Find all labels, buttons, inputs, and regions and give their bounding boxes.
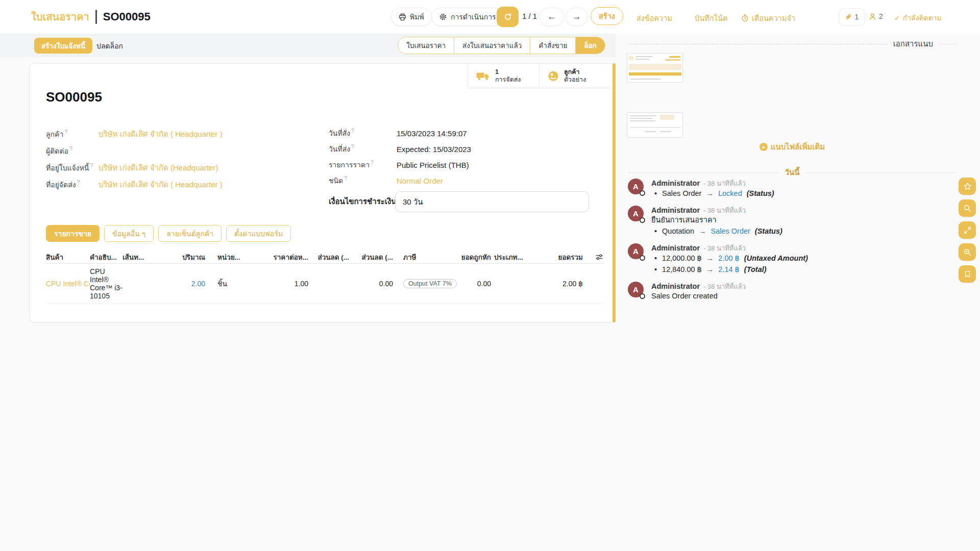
order-type-value[interactable]: Normal Order	[397, 177, 443, 185]
avatar-letter: A	[633, 209, 639, 218]
contact-field: ผู้ติดต่อ?	[46, 146, 223, 156]
create-invoice-button[interactable]: สร้างใบแจ้งหนี้	[34, 38, 92, 54]
tab-form-settings[interactable]: ตั้งค่าแบบฟอร์ม	[226, 225, 291, 242]
chatter-message[interactable]: A Administrator - 38 นาทีที่แล้ว •12,000…	[628, 243, 960, 275]
breadcrumb-quotation[interactable]: ใบเสนอราคา	[31, 9, 89, 25]
chatter-message[interactable]: A Administrator - 38 นาทีที่แล้ว •Sales …	[628, 179, 960, 199]
avatar[interactable]: A	[628, 282, 644, 297]
status-quotation-sent[interactable]: ส่งใบเสนอราคาแล้ว	[454, 37, 530, 54]
col-uom[interactable]: หน่วย...	[205, 252, 251, 263]
col-total[interactable]: ยอดรวม	[526, 252, 583, 263]
col-quantity[interactable]: ปริมาณ	[168, 252, 205, 263]
actions-button[interactable]: การดำเนินการ	[431, 8, 504, 26]
attachment-thumbnail[interactable]	[627, 112, 683, 138]
line-withheld: 0.00	[454, 277, 491, 291]
line-quantity[interactable]: 2.00	[168, 277, 205, 291]
delivery-smart-button[interactable]: 1 การจัดส่ง	[468, 64, 539, 88]
tracking-old-value: Quotation	[662, 227, 694, 235]
tracking-field-name: (Status)	[755, 227, 782, 235]
avatar[interactable]: A	[628, 206, 644, 221]
status-locked[interactable]: ล็อก	[575, 37, 605, 54]
status-quotation[interactable]: ใบเสนอราคา	[398, 37, 454, 54]
payment-terms-label: เงื่อนไขการชำระเงิน	[329, 197, 397, 206]
pager-previous-button[interactable]: ←	[540, 8, 564, 26]
attachments-title: เอกสารแนบ	[893, 38, 933, 50]
message-note: ยืนยันการเสนอราคา	[651, 215, 782, 226]
contact-label: ผู้ติดต่อ	[46, 147, 68, 155]
customer-label: ลูกค้า	[46, 130, 63, 138]
attachments-divider: เอกสารแนบ	[628, 38, 957, 50]
col-type[interactable]: ประเภท...	[491, 252, 526, 263]
line-discount-amt: 0.00	[349, 277, 393, 291]
line-type	[491, 281, 526, 287]
bookmark-button[interactable]	[959, 265, 976, 283]
today-label: วันนี้	[785, 166, 800, 179]
col-discount-amt[interactable]: ส่วนลด (...	[349, 252, 393, 263]
search-button[interactable]	[959, 199, 976, 217]
favorite-button[interactable]	[959, 178, 976, 195]
col-description[interactable]: คำอธิบ...	[90, 252, 122, 263]
tab-customer-signature[interactable]: ลายเซ็นต์ลูกค้า	[158, 225, 222, 242]
tab-order-lines[interactable]: รายการขาย	[46, 225, 100, 242]
column-settings-icon[interactable]	[583, 253, 603, 261]
chatter-message[interactable]: A Administrator - 38 นาทีที่แล้ว ยืนยันก…	[628, 206, 960, 237]
line-unit-price: 1.00	[251, 277, 308, 291]
tracking-change: •12,840.00 ฿→2.14 ฿(Total)	[651, 264, 808, 275]
delivery-address-value[interactable]: บริษัท เก่งดีเลิศ จำกัด ( Headquarter )	[99, 179, 223, 191]
status-sales-order[interactable]: คำสั่งขาย	[530, 37, 575, 54]
col-tax[interactable]: ภาษี	[393, 252, 454, 263]
status-dot-icon	[640, 217, 645, 223]
arrow-right-icon: →	[573, 12, 581, 22]
tracking-old-value: 12,840.00 ฿	[662, 265, 702, 273]
tax-tag[interactable]: Output VAT 7%	[403, 279, 457, 288]
tracking-field-name: (Status)	[747, 189, 774, 197]
order-date-value[interactable]: 15/03/2023 14:59:07	[397, 129, 467, 138]
expand-button[interactable]	[959, 221, 976, 239]
breadcrumb-separator	[95, 10, 97, 24]
tracking-field-name: (Untaxed Amount)	[744, 254, 808, 262]
attachment-thumbnail[interactable]	[627, 53, 683, 83]
chatter-message[interactable]: A Administrator - 38 นาทีที่แล้ว Sales O…	[628, 282, 960, 302]
message-author: Administrator	[651, 179, 700, 188]
print-button[interactable]: พิมพ์	[391, 8, 432, 26]
customer-value[interactable]: บริษัท เก่งดีเลิศ จำกัด ( Headquarter )	[99, 128, 223, 140]
today-divider: วันนี้	[628, 166, 957, 179]
delivery-date-value[interactable]: Expected: 15/03/2023	[397, 145, 471, 154]
delivery-date-label: วันที่ส่ง	[329, 145, 350, 153]
tracking-new-value[interactable]: 2.14 ฿	[718, 265, 739, 273]
delivery-label: การจัดส่ง	[495, 76, 521, 84]
attach-files-button[interactable]: + แนบไฟล์เพิ่มเติม	[616, 141, 969, 153]
refresh-button[interactable]	[497, 7, 519, 27]
tracking-new-value[interactable]: Locked	[718, 189, 742, 197]
bookmark-icon	[964, 270, 971, 278]
col-discount-pct[interactable]: ส่วนลด (...	[308, 252, 349, 263]
help-icon: ?	[69, 145, 72, 152]
customer-preview-smart-button[interactable]: ลูกค้า ตัวอย่าง	[539, 64, 610, 88]
pricelist-value[interactable]: Public Pricelist (THB)	[397, 161, 469, 169]
avatar[interactable]: A	[628, 179, 644, 194]
order-form-card: 1 การจัดส่ง ลูกค้า ตัวอย่าง SO00095 ลูกค…	[29, 63, 615, 322]
left-field-group: ลูกค้า? บริษัท เก่งดีเลิศ จำกัด ( Headqu…	[46, 129, 223, 196]
tracking-new-value[interactable]: Sales Order	[710, 227, 750, 235]
status-bar: ใบเสนอราคา ส่งใบเสนอราคาแล้ว คำสั่งขาย ล…	[398, 37, 605, 54]
invoice-address-value[interactable]: บริษัท เก่งดีเลิศ จำกัด (Headquarter)	[99, 162, 218, 174]
order-line-row[interactable]: CPU Intel® Co CPU Intel® Core™ i3-10105 …	[46, 264, 603, 304]
col-unit-price[interactable]: ราคาต่อห...	[251, 252, 308, 263]
col-withheld[interactable]: ยอดถูกหัก	[454, 252, 491, 263]
tab-other-info[interactable]: ข้อมูลอื่น ๆ	[104, 225, 154, 242]
smart-buttons: 1 การจัดส่ง ลูกค้า ตัวอย่าง	[468, 64, 610, 88]
pager-next-button[interactable]: →	[566, 8, 588, 26]
zoom-in-button[interactable]	[959, 243, 976, 261]
unlock-button[interactable]: ปลดล็อก	[96, 38, 123, 54]
help-icon: ?	[344, 175, 347, 181]
line-product[interactable]: CPU Intel® Co	[46, 277, 90, 291]
tracking-new-value[interactable]: 2.00 ฿	[718, 254, 739, 262]
col-product[interactable]: สินค้า	[46, 252, 90, 263]
tracking-change: •Quotation→Sales Order(Status)	[651, 226, 782, 237]
tracking-change: •Sales Order→Locked(Status)	[651, 188, 774, 199]
col-route[interactable]: เส้นท...	[122, 252, 168, 263]
payment-terms-input[interactable]	[395, 191, 589, 212]
status-dot-icon	[640, 190, 645, 196]
right-field-group: วันที่สั่ง? 15/03/2023 14:59:07 วันที่ส่…	[329, 128, 471, 191]
avatar[interactable]: A	[628, 243, 644, 259]
